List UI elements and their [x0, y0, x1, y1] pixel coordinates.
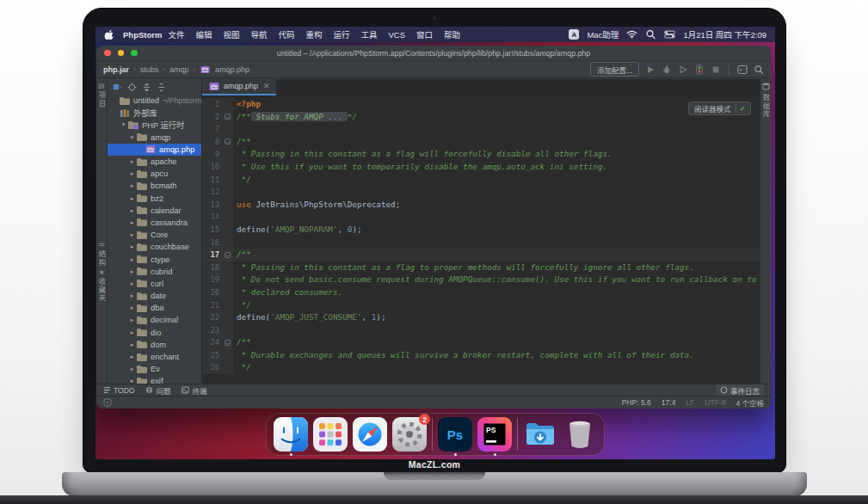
chevron-right-icon[interactable]: ▸	[128, 219, 136, 226]
chevron-right-icon[interactable]: ▸	[128, 292, 136, 299]
menu-重构[interactable]: 重构	[305, 30, 322, 40]
code-line-11[interactable]: 11 */	[202, 174, 760, 187]
tree-item-core[interactable]: ▸Core	[108, 229, 201, 241]
menu-运行[interactable]: 运行	[333, 30, 349, 40]
code-line-17[interactable]: 17–/**	[202, 249, 760, 261]
dock-launchpad-icon[interactable]	[313, 417, 348, 452]
code-area[interactable]: 阅读器模式 ✔ 1<?php2–/** Stubs for AMQP ... *…	[202, 96, 760, 384]
breadcrumb-amqp[interactable]: amqp	[169, 65, 189, 74]
line-number[interactable]: 26	[202, 361, 223, 374]
menubar-assistant-label[interactable]: Mac助理	[587, 28, 619, 40]
chevron-right-icon[interactable]: ▸	[128, 366, 136, 372]
chevron-right-icon[interactable]: ▸	[128, 195, 136, 202]
chevron-right-icon[interactable]: ▸	[128, 207, 136, 214]
menu-导航[interactable]: 导航	[250, 30, 267, 40]
chevron-right-icon[interactable]: ▸	[128, 317, 136, 323]
menu-vcs[interactable]: VCS	[389, 30, 406, 40]
chevron-right-icon[interactable]: ▸	[128, 329, 136, 336]
coverage-icon[interactable]	[678, 65, 688, 75]
code-line-23[interactable]: 23	[202, 324, 760, 337]
status-php-5-6[interactable]: PHP: 5.6	[622, 398, 651, 407]
chevron-right-icon[interactable]: ▸	[128, 280, 136, 287]
line-number[interactable]: 14	[202, 211, 223, 224]
chevron-right-icon[interactable]: ▸	[128, 170, 136, 177]
code-line-10[interactable]: 10 * Use this if you want to temporarily…	[202, 161, 760, 174]
profiler-icon[interactable]	[694, 65, 705, 75]
menu-帮助[interactable]: 帮助	[444, 30, 460, 40]
menu-窗口[interactable]: 窗口	[416, 30, 433, 40]
chevron-right-icon[interactable]: ▸	[128, 304, 136, 311]
breadcrumb-php-jar[interactable]: php.jar	[103, 65, 129, 74]
chevron-down-icon[interactable]: ▾	[128, 134, 136, 141]
toolwindow-button-终端[interactable]: 终端	[182, 385, 206, 396]
chevron-right-icon[interactable]: ▸	[128, 231, 136, 238]
line-number[interactable]: 2	[202, 111, 223, 124]
code-line-16[interactable]: 16	[202, 237, 760, 249]
chevron-right-icon[interactable]: ▸	[128, 268, 136, 275]
tree-item-amqp-php[interactable]: phpamqp.php	[108, 144, 201, 156]
tree-item-dom[interactable]: ▸dom	[108, 339, 201, 351]
dock-photoshop-icon[interactable]: Ps	[438, 417, 472, 452]
chevron-right-icon[interactable]: ▸	[128, 341, 136, 348]
line-number[interactable]: 13	[202, 199, 223, 212]
wifi-icon[interactable]	[626, 29, 637, 40]
line-number[interactable]: 23	[202, 324, 223, 337]
code-line-13[interactable]: 13use JetBrains\PhpStorm\Deprecated;	[202, 199, 760, 212]
tree-item-bcmath[interactable]: ▸bcmath	[108, 180, 201, 192]
event-log-button[interactable]: 事件日志	[716, 384, 764, 396]
fold-marker-icon[interactable]: –	[225, 138, 231, 144]
dock-safari-icon[interactable]	[353, 417, 387, 452]
menu-编辑[interactable]: 编辑	[195, 30, 212, 40]
tab-amqp-php[interactable]: php amqp.php ✕	[202, 78, 276, 95]
debug-icon[interactable]	[662, 65, 672, 75]
run-icon[interactable]	[645, 65, 656, 75]
tree-item-couchbase[interactable]: ▸couchbase	[108, 241, 201, 253]
title-bar[interactable]: untitled – /Applications/PhpStorm.app/Co…	[96, 46, 771, 61]
expand-all-icon[interactable]	[142, 83, 151, 92]
tree-item-apcu[interactable]: ▸apcu	[108, 168, 201, 180]
line-number[interactable]: 11	[202, 174, 223, 187]
chevron-right-icon[interactable]: ▸	[128, 378, 136, 384]
menubar-app-name[interactable]: PhpStorm	[123, 30, 162, 40]
tree-item-curl[interactable]: ▸curl	[108, 278, 201, 290]
status-17-4[interactable]: 17:4	[662, 398, 676, 407]
status-4-个空格[interactable]: 4 个空格	[736, 397, 764, 408]
fold-marker-icon[interactable]: –	[225, 114, 231, 120]
tree-item-amqp[interactable]: ▾amqp	[108, 132, 201, 144]
line-number[interactable]: 10	[202, 161, 223, 174]
code-line-21[interactable]: 21 */	[202, 299, 760, 312]
tool-strip-favorites[interactable]: ★ 收藏夹	[96, 269, 107, 303]
line-number[interactable]: 9	[202, 148, 223, 161]
locate-file-icon[interactable]	[127, 83, 137, 92]
tree-item-exif[interactable]: ▸exif	[108, 375, 201, 384]
tree-item-php-运行时[interactable]: ▾PHP 运行时	[108, 119, 201, 131]
project-view-selector-icon[interactable]	[113, 83, 122, 92]
code-line-25[interactable]: 25 * Durable exchanges and queues will s…	[202, 349, 760, 362]
zoom-window-button[interactable]	[131, 50, 138, 57]
status-lf[interactable]: LF	[686, 398, 694, 407]
line-number[interactable]: 8	[202, 136, 223, 149]
tree-item-bz2[interactable]: ▸bz2	[108, 193, 201, 205]
dock-downloads-icon[interactable]	[523, 417, 557, 452]
code-line-15[interactable]: 15define('AMQP_NOPARAM', 0);	[202, 224, 760, 237]
line-number[interactable]: 1	[202, 98, 223, 111]
toolwindow-button-问题[interactable]: 问题	[145, 385, 170, 396]
menubar-clock[interactable]: 1月21日 周四 下午2:09	[683, 28, 766, 40]
line-number[interactable]: 7	[202, 123, 223, 136]
add-configuration-button[interactable]: 添加配置...	[590, 62, 639, 77]
line-number[interactable]: 20	[202, 286, 223, 299]
code-line-14[interactable]: 14	[202, 211, 760, 224]
code-line-1[interactable]: 1<?php	[202, 98, 760, 111]
tool-strip-database[interactable]: 数据库	[760, 83, 771, 119]
code-line-9[interactable]: 9 * Passing in this constant as a flag w…	[202, 148, 760, 161]
line-number[interactable]: 22	[202, 311, 223, 324]
tree-item-decimal[interactable]: ▸decimal	[108, 314, 201, 326]
code-line-26[interactable]: 26 */	[202, 361, 760, 374]
code-line-8[interactable]: 8–/**	[202, 136, 760, 149]
chevron-right-icon[interactable]: ▸	[128, 158, 136, 165]
tree-item-cassandra[interactable]: ▸cassandra	[108, 217, 201, 229]
line-number[interactable]: 12	[202, 186, 223, 199]
tree-item-untitled[interactable]: untitled~/Phpstorm	[108, 95, 201, 107]
fold-marker-icon[interactable]: –	[225, 340, 231, 346]
close-window-button[interactable]	[104, 50, 111, 57]
